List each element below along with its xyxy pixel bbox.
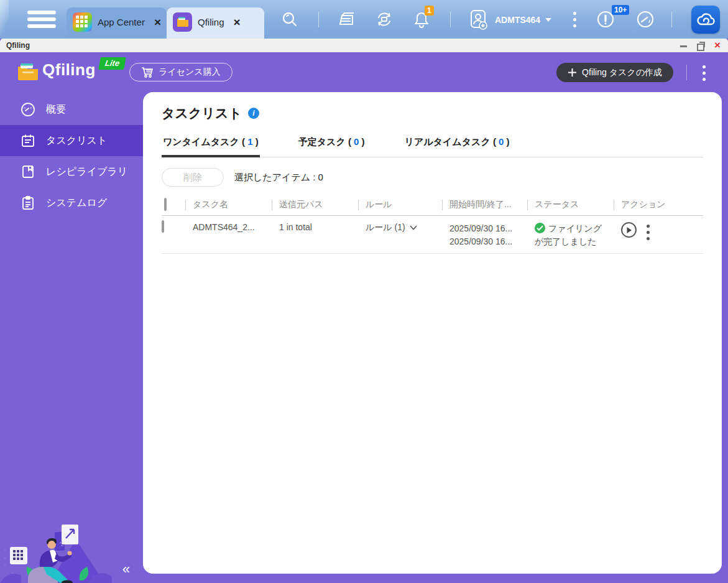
row-checkbox[interactable] bbox=[162, 220, 164, 233]
run-task-button[interactable] bbox=[621, 222, 637, 238]
action-cell bbox=[614, 216, 703, 253]
desktop-tab-app-center[interactable]: App Center × bbox=[67, 7, 167, 39]
separator bbox=[671, 12, 672, 27]
create-task-label: Qfiling タスクの作成 bbox=[582, 67, 662, 78]
sync-icon[interactable] bbox=[374, 9, 394, 29]
page-title: タスクリスト bbox=[162, 105, 242, 122]
separator bbox=[318, 12, 319, 27]
sidebar-item-label: レシピライブラリ bbox=[46, 166, 127, 179]
app-center-icon bbox=[73, 12, 92, 32]
desktop-taskbar: App Center × Qfiling × bbox=[0, 0, 728, 39]
tab-count: 1 bbox=[247, 136, 252, 147]
tab-label: Qfiling bbox=[198, 17, 224, 27]
plus-icon bbox=[568, 68, 577, 77]
column-header-rule[interactable]: ルール bbox=[358, 199, 442, 210]
recipe-library-icon bbox=[21, 164, 35, 179]
desktop-tab-qfiling[interactable]: Qfiling × bbox=[167, 7, 264, 39]
background-tasks-icon[interactable] bbox=[336, 9, 356, 29]
minimize-icon[interactable] bbox=[680, 41, 688, 50]
select-all-checkbox[interactable] bbox=[164, 198, 167, 211]
sidebar: 概要 タスクリスト レシピライブラリ bbox=[0, 92, 143, 583]
row-more-options-icon[interactable] bbox=[647, 225, 650, 240]
success-check-icon bbox=[535, 223, 545, 233]
wallpaper-edge bbox=[0, 0, 9, 39]
table-row: ADMTS464_2... 1 in total ルール (1) 2025/09… bbox=[162, 216, 703, 254]
close-icon[interactable]: × bbox=[713, 41, 722, 50]
more-options-icon[interactable] bbox=[564, 9, 584, 29]
tab-realtime-tasks[interactable]: リアルタイムタスク ( 0 ) bbox=[403, 133, 511, 157]
selected-items-count: 選択したアイテム : 0 bbox=[234, 172, 323, 184]
app-header: Qfiling Lite ライセンス購入 Qfiling タスクの作成 bbox=[0, 52, 728, 92]
notification-badge: 1 bbox=[425, 6, 434, 16]
avatar-icon bbox=[468, 9, 490, 31]
rule-cell[interactable]: ルール (1) bbox=[358, 216, 442, 253]
close-tab-icon[interactable]: × bbox=[154, 16, 161, 28]
column-header-source-path[interactable]: 送信元パス bbox=[272, 199, 358, 210]
user-menu[interactable]: ADMTS464 bbox=[468, 8, 551, 32]
tab-label: App Center bbox=[98, 17, 145, 27]
column-header-task-name[interactable]: タスク名 bbox=[185, 199, 272, 210]
sidebar-item-task-list[interactable]: タスクリスト bbox=[0, 125, 143, 156]
dashboard-gauge-icon[interactable] bbox=[635, 9, 655, 29]
lite-badge: Lite bbox=[98, 57, 126, 70]
time-cell: 2025/09/30 16... 2025/09/30 16... bbox=[442, 216, 527, 253]
status-cell: ファイリングが完了しました bbox=[527, 216, 614, 253]
task-list-icon bbox=[21, 133, 35, 148]
sidebar-item-label: システムログ bbox=[46, 197, 107, 210]
sidebar-item-recipe-library[interactable]: レシピライブラリ bbox=[0, 156, 143, 187]
start-time: 2025/09/30 16... bbox=[449, 222, 522, 235]
user-name: ADMTS464 bbox=[495, 15, 540, 25]
search-icon[interactable] bbox=[280, 9, 300, 29]
window-titlebar[interactable]: Qfiling × bbox=[0, 39, 728, 52]
screen: App Center × Qfiling × bbox=[0, 0, 728, 583]
task-type-tabs: ワンタイムタスク ( 1 ) 予定タスク ( 0 ) リアルタイムタスク ( 0… bbox=[162, 133, 703, 157]
restore-icon[interactable] bbox=[696, 41, 705, 50]
app-name: Qfiling bbox=[42, 60, 96, 80]
main-panel: タスクリスト i ワンタイムタスク ( 1 ) 予定タスク ( 0 ) リアルタ… bbox=[143, 92, 722, 574]
cart-icon bbox=[141, 67, 154, 78]
gauge-icon bbox=[21, 102, 35, 117]
app-more-options-icon[interactable] bbox=[703, 65, 706, 81]
sidebar-illustration bbox=[0, 510, 143, 583]
info-icon[interactable]: i bbox=[248, 108, 259, 119]
separator bbox=[450, 12, 451, 27]
create-task-button[interactable]: Qfiling タスクの作成 bbox=[556, 63, 673, 82]
qfiling-icon bbox=[173, 12, 192, 32]
myqnapcloud-icon[interactable] bbox=[691, 6, 720, 34]
sidebar-item-overview[interactable]: 概要 bbox=[0, 94, 143, 125]
chevron-down-icon bbox=[545, 18, 551, 22]
column-header-status[interactable]: ステータス bbox=[527, 199, 614, 210]
table-header: タスク名 送信元パス ルール 開始時間/終了... ステータス アクション bbox=[162, 194, 703, 216]
buy-license-button[interactable]: ライセンス購入 bbox=[129, 63, 233, 82]
qfiling-app: Qfiling Lite ライセンス購入 Qfiling タスクの作成 bbox=[0, 52, 728, 583]
separator bbox=[686, 65, 687, 80]
main-menu-icon[interactable] bbox=[27, 11, 56, 28]
task-name-cell: ADMTS464_2... bbox=[185, 216, 272, 253]
source-path-cell: 1 in total bbox=[272, 216, 358, 253]
tab-scheduled-tasks[interactable]: 予定タスク ( 0 ) bbox=[297, 133, 366, 157]
sidebar-collapse-icon[interactable]: « bbox=[122, 562, 130, 576]
column-header-action[interactable]: アクション bbox=[614, 199, 703, 210]
events-badge: 10+ bbox=[612, 5, 629, 15]
close-tab-icon[interactable]: × bbox=[234, 16, 241, 28]
sidebar-item-system-log[interactable]: システムログ bbox=[0, 187, 143, 218]
chevron-down-icon bbox=[410, 225, 417, 230]
sidebar-item-label: 概要 bbox=[46, 103, 66, 116]
delete-button[interactable]: 削除 bbox=[162, 168, 224, 187]
window-title: Qfiling bbox=[6, 41, 30, 50]
tab-one-time-tasks[interactable]: ワンタイムタスク ( 1 ) bbox=[162, 133, 260, 157]
end-time: 2025/09/30 16... bbox=[449, 235, 522, 248]
buy-license-label: ライセンス購入 bbox=[159, 67, 221, 78]
column-header-start-end-time[interactable]: 開始時間/終了... bbox=[442, 199, 527, 210]
system-log-icon bbox=[21, 195, 35, 210]
sidebar-item-label: タスクリスト bbox=[46, 134, 107, 147]
qfiling-logo-icon bbox=[17, 63, 39, 83]
